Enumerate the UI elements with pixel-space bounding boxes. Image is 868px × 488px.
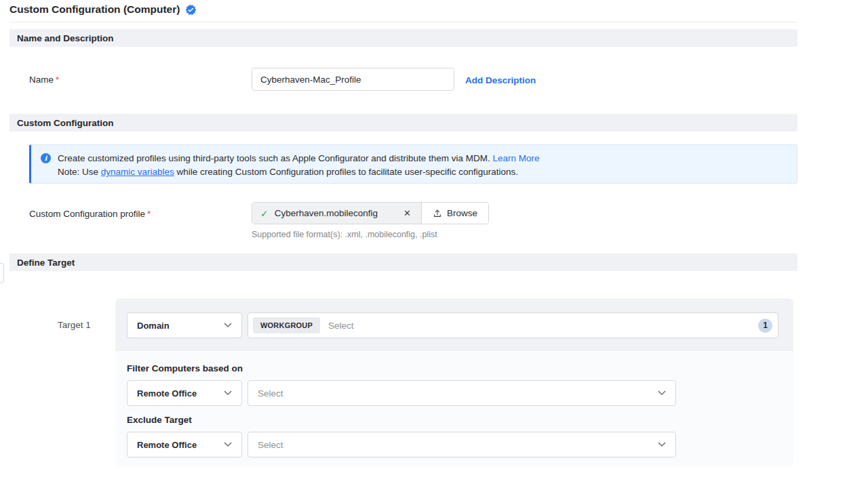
target-select-field[interactable]: WORKGROUP Select 1 [248,312,778,338]
filter-select-placeholder: Select [258,388,658,399]
chevron-down-icon [224,323,232,328]
check-icon: ✓ [260,208,269,219]
section-header-custom-configuration: Custom Configuration [9,114,797,131]
required-asterisk: * [147,209,151,219]
name-input[interactable] [252,68,454,91]
exclude-select-placeholder: Select [258,440,658,450]
exclude-type-dropdown[interactable]: Remote Office [127,432,242,458]
dynamic-variables-link[interactable]: dynamic variables [101,167,174,177]
selected-count-badge: 1 [758,319,772,333]
browse-button[interactable]: Browse [421,203,488,224]
learn-more-link[interactable]: Learn More [493,153,540,163]
verified-badge-icon [185,4,197,16]
filter-value-select[interactable]: Select [248,380,676,406]
info-line-1: Create customized profiles using third-p… [58,152,797,165]
upload-icon [433,209,442,218]
chevron-down-icon [224,390,232,396]
chevron-down-icon [658,390,666,396]
file-name: Cyberhaven.mobileconfig [275,208,395,218]
page-title-text: Custom Configuration (Computer) [9,3,180,16]
exclude-target-label: Exclude Target [127,415,192,425]
section-header-label: Name and Description [17,33,114,43]
name-label: Name* [29,75,59,85]
workgroup-chip[interactable]: WORKGROUP [253,317,320,333]
target-1-label: Target 1 [58,320,91,330]
filter-type-dropdown[interactable]: Remote Office [127,380,242,406]
profile-label: Custom Configuration profile* [29,209,151,219]
filter-type-value: Remote Office [137,388,224,399]
section-header-label: Define Target [17,258,75,268]
section-header-define-target: Define Target [9,253,797,271]
target-type-dropdown[interactable]: Domain [127,312,242,338]
target-select-placeholder: Select [328,321,354,331]
page: Custom Configuration (Computer) Name and… [0,0,868,488]
exclude-value-select[interactable]: Select [248,432,676,458]
filter-computers-label: Filter Computers based on [127,363,243,373]
browse-label: Browse [447,208,477,218]
required-asterisk: * [56,75,59,85]
uploaded-file-chip: ✓ Cyberhaven.mobileconfig ✕ [252,203,421,224]
chevron-down-icon [658,442,666,447]
page-title: Custom Configuration (Computer) [9,3,197,16]
file-upload-group: ✓ Cyberhaven.mobileconfig ✕ Browse [252,202,489,224]
left-edge-tab[interactable] [0,263,4,283]
section-header-name-description: Name and Description [9,29,797,47]
section-header-label: Custom Configuration [17,118,113,128]
info-icon: i [41,153,51,163]
remove-file-icon[interactable]: ✕ [401,208,413,218]
chevron-down-icon [224,442,232,447]
info-banner: i Create customized profiles using third… [29,144,797,184]
add-description-link[interactable]: Add Description [465,75,536,85]
title-divider [9,22,797,22]
supported-formats-text: Supported file format(s): .xml, .mobilec… [252,230,437,239]
exclude-type-value: Remote Office [137,440,224,450]
target-type-value: Domain [137,321,224,331]
info-line-2: Note: Use dynamic variables while creati… [58,165,797,179]
